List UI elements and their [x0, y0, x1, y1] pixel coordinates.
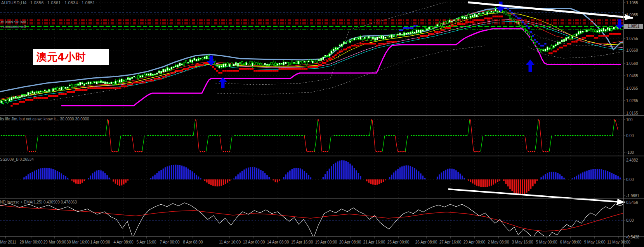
indicator-label-oscillator: ND Inverse + EMA(1,25) 0.430909 0.478063 — [0, 200, 77, 204]
momentum-dot — [391, 135, 392, 136]
signal-block-red — [87, 87, 89, 89]
histogram-bar-up — [285, 174, 286, 179]
signal-block-red — [115, 87, 116, 89]
candle-body — [430, 27, 432, 29]
histogram-bar-down — [520, 179, 521, 195]
signal-block-red — [496, 16, 498, 17]
histogram-bar-up — [601, 169, 602, 179]
candle-body — [194, 58, 195, 61]
candle-body — [46, 91, 48, 92]
momentum-dot-low — [223, 151, 224, 152]
histogram-bar-down — [113, 179, 114, 182]
candle-body — [181, 64, 183, 65]
signal-block-red — [486, 17, 488, 19]
histogram-bar-up — [266, 175, 268, 179]
candle-body — [389, 36, 391, 37]
candle-body — [146, 74, 148, 75]
histogram-bar-down — [495, 179, 496, 183]
candle-body — [90, 82, 91, 84]
histogram-bar-down — [497, 179, 498, 182]
histogram-bar-up — [150, 178, 152, 179]
momentum-dot — [18, 135, 19, 136]
signal-block-red — [343, 49, 345, 50]
momentum-dot-low — [312, 151, 313, 152]
candle-body — [385, 37, 386, 38]
histogram-bar-down — [505, 179, 507, 184]
candle-body — [293, 63, 295, 64]
momentum-dot — [356, 135, 357, 136]
histogram-bar-up — [605, 170, 606, 179]
signal-block-red — [324, 62, 326, 64]
signal-block-red — [168, 74, 170, 76]
momentum-dot — [239, 135, 240, 136]
candle-body — [160, 71, 162, 74]
oscillator-panel-surface[interactable] — [0, 203, 623, 238]
histogram-bar-up — [463, 178, 465, 179]
momentum-dot-low — [33, 151, 34, 152]
candle-body — [453, 20, 455, 21]
momentum-drop-line — [26, 136, 28, 151]
histogram-bar-down — [275, 179, 276, 182]
signal-block-red — [314, 66, 316, 68]
candle-body — [366, 37, 368, 40]
candle-body — [555, 44, 557, 46]
candle-body — [505, 11, 507, 14]
momentum-dot — [463, 135, 464, 136]
candle-body — [574, 35, 575, 36]
signal-block-red — [391, 41, 392, 43]
candle-body — [206, 56, 208, 59]
momentum-dot — [455, 135, 457, 136]
momentum-dot — [284, 135, 285, 136]
momentum-dot — [336, 135, 337, 136]
indicator-axis-label: 2.4882 — [626, 158, 638, 162]
candle-body — [395, 34, 397, 37]
momentum-dot — [264, 135, 265, 136]
momentum-dot-low — [547, 151, 549, 152]
price-axis[interactable]: 1.10551.09551.08551.07551.06601.05601.04… — [623, 1, 639, 239]
chart-canvas[interactable]: 1.10551.09551.08551.07551.06601.05601.04… — [0, 0, 644, 247]
momentum-dot — [180, 135, 181, 136]
annotation-box[interactable]: 澳元4小时 — [33, 49, 109, 65]
oscillator-trendline[interactable] — [448, 189, 625, 202]
histogram-bar-up — [194, 173, 195, 179]
signal-block-red — [289, 68, 291, 70]
candle-body — [129, 78, 131, 80]
time-axis-label: 8 Apr 08:00 — [183, 240, 203, 244]
signal-block-red — [559, 47, 561, 49]
momentum-dot — [244, 135, 245, 136]
histogram-bar-up — [462, 176, 463, 179]
momentum-dot — [70, 135, 71, 136]
signal-block-red — [119, 87, 121, 89]
histogram-bar-up — [599, 169, 600, 179]
price-axis-label: 1.0365 — [626, 86, 638, 90]
signal-block-red — [13, 103, 15, 105]
momentum-dot — [78, 135, 79, 136]
momentum-dot — [450, 135, 451, 136]
candle-body — [108, 83, 110, 84]
signal-block-red — [420, 35, 422, 37]
time-axis[interactable]: 24 Mar 201128 Mar 00:0029 Mar 08:0030 Ma… — [0, 237, 630, 244]
candle-body — [189, 59, 191, 62]
histogram-bar-up — [297, 168, 299, 179]
signal-block-red — [125, 85, 127, 87]
signal-block-red — [384, 43, 386, 45]
momentum-dot — [123, 135, 124, 136]
candle-body — [142, 75, 143, 77]
histogram-bar-up — [106, 175, 108, 179]
momentum-recover-line — [36, 136, 38, 151]
signal-block-red — [27, 99, 29, 101]
momentum-dot — [75, 135, 76, 136]
buy-arrow-icon[interactable] — [526, 59, 535, 72]
momentum-dot — [517, 135, 519, 136]
momentum-panel-surface[interactable] — [1, 120, 618, 152]
signal-block-red — [129, 83, 131, 85]
indicator-axis-label: 0.5456 — [626, 200, 638, 205]
momentum-dot — [580, 135, 581, 136]
signal-block-red — [250, 68, 252, 70]
histogram-panel-surface[interactable] — [23, 160, 621, 195]
histogram-bar-up — [262, 171, 264, 179]
histogram-bar-up — [295, 168, 297, 179]
candle-body — [177, 64, 179, 67]
signal-block-red — [108, 87, 110, 89]
momentum-dot — [436, 135, 437, 136]
